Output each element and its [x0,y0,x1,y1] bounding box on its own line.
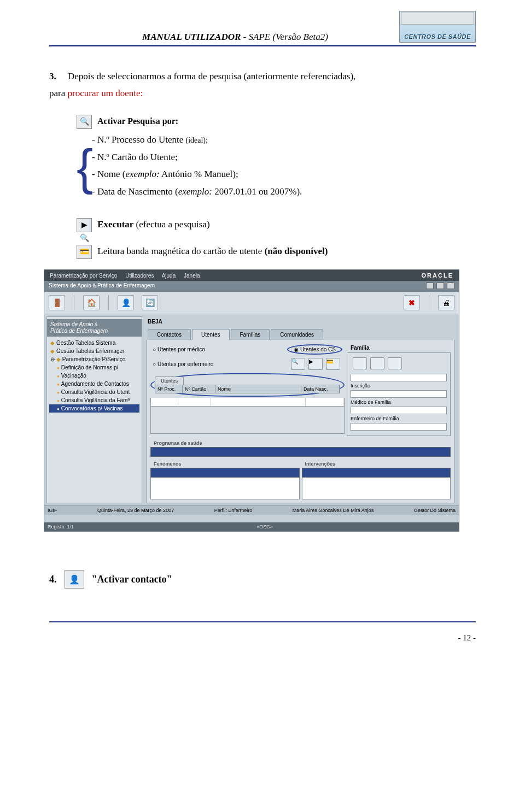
sidebar: Sistema de Apoio à Prática de Enfermagem… [46,316,142,503]
toolbar-refresh-icon[interactable]: 🔄 [142,295,158,310]
tree-subitem[interactable]: ●Agendamento de Contactos [49,380,139,388]
step3-line2a: para [49,88,68,98]
tab-comunidades[interactable]: Comunidades [271,329,323,340]
toolbar-contact-icon[interactable]: 👤 [118,295,134,310]
col-ncartao: Nº Cartão [183,385,215,393]
fenomenos-label: Fenómenos [150,460,300,468]
status-user: Maria Aires Goncalves De Mira Anjos [293,508,374,513]
medico-field[interactable] [351,407,447,414]
radio-utentes-medico[interactable]: ○Utentes por médico [153,346,205,352]
familia-btn3-icon[interactable] [388,357,402,369]
execute-button-icon[interactable]: ▶ [308,358,323,370]
executar-row: ▶🔍 Executar (efectua a pesquisa) [77,216,476,233]
oracle-logo: ORACLE [422,272,453,279]
activar-list: - N.º Processo do Utente (ideal); - N.º … [92,131,302,200]
status-bar-2: Registo: 1/1 «OSC» [44,522,459,531]
table-row[interactable] [150,398,345,407]
toolbar-cancel-icon[interactable]: ✖ [404,295,420,310]
toolbar-exit-icon[interactable]: 🚪 [49,295,65,310]
leitura-text: Leitura banda magnética do cartão de ute… [97,246,264,256]
programas-label: Programas de saúde [150,439,451,447]
tab-familias[interactable]: Famílias [231,329,270,340]
activar-item4a: - Data de Nascimento ( [92,186,178,197]
logo-thumbnail [401,13,474,25]
card-button-icon[interactable]: 💳 [326,358,340,370]
nav-tree: ◆Gestão Tabelas Sistema ◆Gestão Tabelas … [47,337,142,415]
label-medico: Médico de Família [351,399,391,405]
tab-contactos[interactable]: Contactos [148,329,191,340]
page-header: MANUAL UTILIZADOR - SAPE (Versão Beta2) … [49,11,476,43]
step4-number: 4. [49,574,57,585]
label-inscricao: Inscrição [351,383,400,389]
location-label: BEJA [144,316,457,327]
header-logo: CENTROS DE SAÚDE [399,11,476,43]
col-nome: Nome [215,385,301,393]
col-datanasc: Data Nasc. [301,385,340,393]
menu-janela[interactable]: Janela [184,273,200,279]
tree-item[interactable]: ⊖ ◆Parametrização P/Serviço [49,355,139,363]
maximize-button[interactable] [436,283,444,289]
tree-subitem[interactable]: ●Consulta Vigilância do Utent [49,388,139,396]
step3-number: 3. [49,71,56,81]
radio-utentes-enfermeiro[interactable]: ○Utentes por enfermeiro [153,361,213,367]
step4-text: "Activar contacto" [92,574,172,585]
tree-subitem-selected[interactable]: ●Convocatórias p/ Vacinas [49,404,139,413]
app-screenshot: Parametrização por Serviço Utilizadores … [44,269,459,532]
subtab-utentes[interactable]: Utentes [155,376,184,385]
close-button[interactable] [447,283,454,289]
activar-item4b: 2007.01.01 ou 2007%). [212,186,302,197]
radio-utentes-cs-highlight: ◉ Utentes do CS [287,344,342,355]
minimize-button[interactable] [426,283,434,289]
tree-subitem[interactable]: ●Vacinação [49,372,139,380]
activar-item3b: António % Manuel); [160,169,238,179]
card-reader-icon: 💳 [77,245,92,259]
header-title-bold: MANUAL UTILIZADOR [142,32,241,42]
status-perfil: Perfil: Enfermeiro [214,508,253,513]
activar-item4i: exemplo: [178,186,212,197]
familia-field-blank[interactable] [351,374,447,381]
activar-item3i: exemplo: [125,169,159,179]
search-activate-icon: 🔍 [77,115,92,129]
activar-item1: - N.º Processo do Utente [92,134,185,145]
logo-text: CENTROS DE SAÚDE [404,33,471,40]
menu-utilizadores[interactable]: Utilizadores [125,273,154,279]
main-tabs: Contactos Utentes Famílias Comunidades [144,327,457,340]
step3-paragraph: 3. Depois de seleccionarmos a forma de p… [49,68,476,102]
menu-parametrizacao[interactable]: Parametrização por Serviço [50,273,117,279]
activar-item1-small: (ideal); [185,136,207,144]
footer-rule [49,621,476,622]
intervencoes-bar[interactable] [302,468,451,478]
inscricao-field[interactable] [351,390,447,398]
window-titlebar: Sistema de Apoio à Prática de Enfermagem [44,281,459,292]
tab-utentes[interactable]: Utentes [192,329,229,340]
tree-subitem[interactable]: ●Definição de Normas p/ [49,363,139,372]
radio-utentes-cs[interactable]: ◉ Utentes do CS [294,346,336,352]
header-title-rest: - SAPE (Versão Beta2) [241,32,328,42]
toolbar: 🚪 🏠 👤 🔄 ✖ 🖨 [44,292,459,314]
programas-bar[interactable] [150,447,451,457]
executar-rest: (efectua a pesquisa) [133,219,209,230]
menubar: Parametrização por Serviço Utilizadores … [44,270,459,281]
main-content: BEJA Contactos Utentes Famílias Comunida… [144,316,457,503]
toolbar-print-icon[interactable]: 🖨 [438,295,454,310]
table-body-empty [150,407,345,434]
menu-ajuda[interactable]: Ajuda [162,273,176,279]
leitura-row: 💳 Leitura banda magnética do cartão de u… [77,243,476,260]
intervencoes-list [302,478,451,499]
header-title: MANUAL UTILIZADOR - SAPE (Versão Beta2) [49,32,399,43]
tree-item[interactable]: ◆Gestão Tabelas Sistema [49,339,139,347]
status-gestor: Gestor Do Sistema [414,508,456,513]
fenomenos-bar[interactable] [150,468,300,478]
execute-search-icon: ▶🔍 [77,218,92,232]
leitura-bold: (não disponível) [265,246,328,256]
tree-subitem[interactable]: ●Consulta Vigilância da Famª [49,396,139,404]
search-button-icon[interactable]: 🔍 [291,358,305,370]
familia-btn2-icon[interactable] [370,357,384,369]
activar-block: 🔍 Activar Pesquisa por: { - N.º Processo… [77,115,476,200]
enfermeiro-field[interactable] [351,423,447,431]
tree-item[interactable]: ◆Gestão Tabelas Enfermager [49,347,139,355]
toolbar-home-icon[interactable]: 🏠 [83,295,100,310]
status-bar: IGIF Quinta-Feira, 29 de Março de 2007 P… [44,505,459,515]
familia-btn1-icon[interactable] [353,357,367,369]
page-number: - 12 - [49,633,476,643]
